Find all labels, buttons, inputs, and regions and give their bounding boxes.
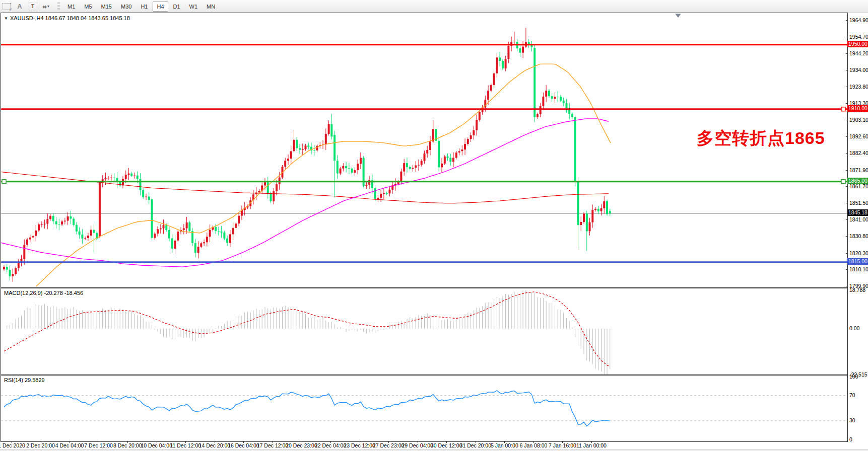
candle-body: [165, 225, 167, 230]
candle-body: [128, 174, 130, 175]
time-label: 27 Dec 23:00: [373, 442, 404, 448]
axis-tick-label: 1861.70: [849, 183, 868, 189]
timeframe-button-h4[interactable]: H4: [153, 2, 168, 12]
candle-body: [110, 178, 112, 178]
time-label: 22 Dec 04:00: [315, 442, 346, 448]
main-chart-panel[interactable]: ▼XAUUSD-,H4 1846.67 1848.04 1843.65 1845…: [1, 13, 848, 288]
candle-body: [177, 232, 179, 241]
timeframe-button-w1[interactable]: W1: [185, 2, 202, 12]
candle-body: [64, 220, 66, 221]
candle-body: [464, 144, 466, 149]
candle-body: [84, 238, 86, 239]
candle-body: [377, 198, 379, 199]
candle-body: [215, 227, 217, 231]
timeframe-button-h1[interactable]: H1: [137, 2, 152, 12]
macd-panel[interactable]: MACD(12,26,9) -20.278 -18.456: [1, 288, 848, 375]
timeframe-button-m30[interactable]: M30: [117, 2, 136, 12]
dotted-frame-f-icon[interactable]: F: [1, 1, 13, 12]
symbol-dropdown-icon[interactable]: ▼: [4, 16, 8, 21]
axis-tick-label: 1934.00: [849, 67, 868, 73]
time-label: 30 Dec 12:00: [431, 442, 462, 448]
candle-body: [203, 242, 205, 243]
candle-body: [206, 237, 208, 242]
candle-body: [107, 178, 109, 178]
candle-body: [316, 145, 318, 151]
candle-body: [537, 114, 539, 117]
candle-body: [426, 150, 428, 154]
candle-body: [154, 234, 156, 238]
rsi-axis: 10070300: [848, 375, 868, 441]
time-label: 17 Dec 12:00: [257, 442, 288, 448]
candle-body: [46, 219, 48, 223]
time-label: 7 Jan 16:00: [549, 442, 576, 448]
axis-tick: [846, 53, 848, 54]
candle-body: [313, 151, 315, 151]
candle-body: [12, 274, 14, 276]
price-axis[interactable]: 1964.901954.701944.201934.001923.801913.…: [848, 13, 868, 287]
timeframe-button-m15[interactable]: M15: [97, 2, 116, 12]
timeframe-button-m5[interactable]: M5: [80, 2, 96, 12]
candle-body: [32, 236, 34, 238]
axis-tick-label: 1851.50: [849, 200, 868, 206]
candle-body: [415, 166, 417, 168]
candle-body: [209, 230, 211, 237]
candle-body: [137, 176, 139, 179]
candle-body: [119, 182, 121, 185]
candle-body: [551, 96, 553, 99]
candle-body: [145, 197, 147, 197]
axis-tick: [846, 286, 848, 286]
candle-body: [270, 193, 272, 201]
time-axis[interactable]: 1 Dec 20202 Dec 20:004 Dec 04:007 Dec 12…: [0, 441, 868, 449]
candle-body: [566, 103, 568, 108]
quote-header: ▼XAUUSD-,H4 1846.67 1848.04 1843.65 1845…: [4, 15, 130, 21]
timeframe-button-mn[interactable]: MN: [203, 2, 219, 12]
axis-tick-label: 1964.90: [849, 17, 868, 23]
candle-body: [186, 222, 188, 229]
time-label: 4 Dec 04:00: [55, 442, 84, 448]
candle-body: [340, 169, 342, 174]
candle-body: [113, 178, 115, 178]
timeframe-button-m1[interactable]: M1: [63, 2, 79, 12]
shift-marker-icon[interactable]: [675, 14, 681, 18]
candle-body: [23, 245, 25, 260]
axis-tick-label: 1954.70: [849, 34, 868, 40]
candle-body: [438, 141, 440, 168]
axis-tick: [846, 219, 848, 220]
ma-magenta: [1, 119, 609, 267]
text-box-icon[interactable]: T: [27, 1, 39, 12]
text-label-icon[interactable]: A: [14, 1, 26, 12]
time-label: 11 Dec 12:00: [170, 442, 201, 448]
candle-body: [325, 134, 327, 144]
candle-body: [530, 45, 532, 47]
time-label: 10 Dec 04:00: [141, 442, 172, 448]
candle-body: [67, 216, 69, 221]
rsi-panel[interactable]: RSI(14) 29.5829: [1, 375, 848, 442]
candle-body: [342, 166, 344, 169]
candle-body: [3, 267, 5, 269]
ma-red: [1, 172, 609, 203]
candle-body: [160, 229, 162, 230]
level-price-label: 1865.00: [847, 178, 868, 184]
timeframe-button-d1[interactable]: D1: [169, 2, 184, 12]
candle-body: [238, 216, 240, 223]
axis-tick-label: 1810.10: [849, 266, 868, 272]
axis-tick: [846, 120, 848, 120]
candle-body: [302, 149, 304, 149]
candle-body: [441, 164, 443, 168]
arrange-arrows-icon[interactable]: ♦♦ ▾: [40, 1, 52, 12]
candle-body: [276, 184, 278, 191]
candle-body: [130, 174, 132, 176]
candle-body: [174, 241, 176, 249]
candle-body: [38, 224, 40, 231]
axis-tick-label: 18.788: [849, 287, 865, 293]
candle-body: [345, 166, 347, 168]
candle-body: [606, 201, 608, 214]
time-label: 14 Dec 20:00: [199, 442, 230, 448]
candlestick-chart: [1, 13, 847, 287]
toolbar-drag-handle[interactable]: [57, 2, 60, 11]
axis-tick: [846, 253, 848, 254]
time-label: 11 Jan 00:00: [576, 442, 607, 448]
candle-body: [200, 243, 202, 247]
macd-header: MACD(12,26,9) -20.278 -18.456: [4, 290, 83, 296]
axis-tick: [846, 37, 848, 37]
